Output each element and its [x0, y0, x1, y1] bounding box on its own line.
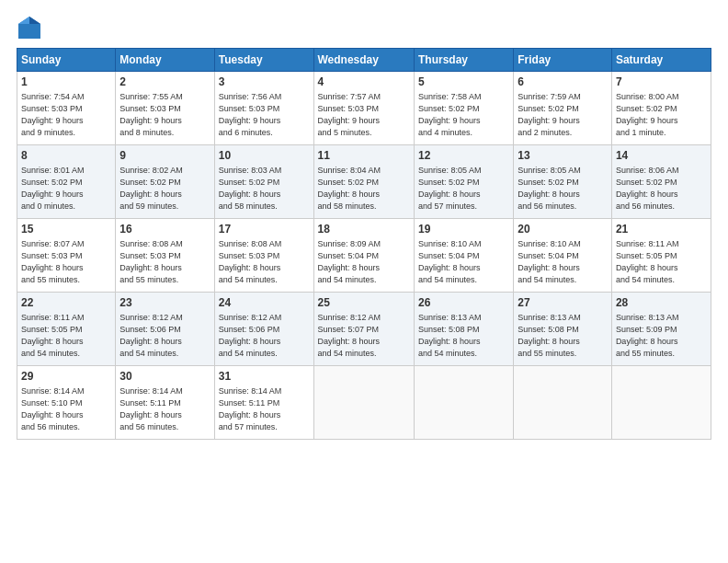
day-number: 6	[518, 75, 608, 90]
day-number: 1	[21, 75, 111, 90]
day-info: Sunrise: 8:06 AM Sunset: 5:02 PM Dayligh…	[616, 165, 707, 213]
day-number: 31	[219, 369, 310, 385]
calendar-cell: 31Sunrise: 8:14 AM Sunset: 5:11 PM Dayli…	[214, 366, 313, 440]
calendar-cell	[611, 366, 711, 440]
calendar-cell: 20Sunrise: 8:10 AM Sunset: 5:04 PM Dayli…	[514, 219, 612, 293]
calendar-week-5: 29Sunrise: 8:14 AM Sunset: 5:10 PM Dayli…	[17, 366, 711, 440]
day-number: 13	[518, 148, 608, 164]
day-number: 24	[219, 295, 310, 311]
day-number: 17	[219, 222, 310, 237]
day-info: Sunrise: 7:58 AM Sunset: 5:02 PM Dayligh…	[418, 91, 509, 139]
day-info: Sunrise: 8:14 AM Sunset: 5:11 PM Dayligh…	[219, 385, 310, 433]
calendar: Sunday Monday Tuesday Wednesday Thursday…	[17, 48, 711, 440]
day-number: 7	[616, 75, 707, 90]
day-info: Sunrise: 8:14 AM Sunset: 5:11 PM Dayligh…	[119, 385, 210, 433]
day-number: 25	[318, 295, 410, 311]
day-info: Sunrise: 8:10 AM Sunset: 5:04 PM Dayligh…	[518, 238, 608, 286]
day-info: Sunrise: 8:03 AM Sunset: 5:02 PM Dayligh…	[219, 165, 310, 213]
calendar-cell	[514, 366, 612, 440]
day-info: Sunrise: 8:11 AM Sunset: 5:05 PM Dayligh…	[616, 238, 707, 286]
day-number: 26	[418, 295, 509, 311]
day-number: 27	[518, 295, 608, 311]
day-number: 11	[318, 148, 410, 164]
day-number: 4	[318, 75, 410, 90]
day-number: 9	[119, 148, 210, 164]
day-number: 21	[616, 222, 707, 237]
calendar-cell: 10Sunrise: 8:03 AM Sunset: 5:02 PM Dayli…	[214, 145, 313, 219]
header	[17, 15, 711, 40]
calendar-cell: 22Sunrise: 8:11 AM Sunset: 5:05 PM Dayli…	[17, 293, 116, 366]
calendar-cell: 11Sunrise: 8:04 AM Sunset: 5:02 PM Dayli…	[313, 145, 414, 219]
calendar-cell: 5Sunrise: 7:58 AM Sunset: 5:02 PM Daylig…	[414, 72, 513, 145]
day-info: Sunrise: 8:07 AM Sunset: 5:03 PM Dayligh…	[21, 238, 111, 286]
day-number: 2	[119, 75, 210, 90]
day-info: Sunrise: 8:12 AM Sunset: 5:07 PM Dayligh…	[318, 312, 410, 360]
day-info: Sunrise: 8:13 AM Sunset: 5:08 PM Dayligh…	[418, 312, 509, 360]
day-info: Sunrise: 8:14 AM Sunset: 5:10 PM Dayligh…	[21, 385, 111, 433]
calendar-cell: 12Sunrise: 8:05 AM Sunset: 5:02 PM Dayli…	[414, 145, 513, 219]
day-info: Sunrise: 8:11 AM Sunset: 5:05 PM Dayligh…	[21, 312, 111, 360]
calendar-cell: 2Sunrise: 7:55 AM Sunset: 5:03 PM Daylig…	[116, 72, 214, 145]
calendar-week-1: 1Sunrise: 7:54 AM Sunset: 5:03 PM Daylig…	[17, 72, 711, 145]
calendar-cell: 19Sunrise: 8:10 AM Sunset: 5:04 PM Dayli…	[414, 219, 513, 293]
day-number: 22	[21, 295, 111, 311]
calendar-cell: 29Sunrise: 8:14 AM Sunset: 5:10 PM Dayli…	[17, 366, 116, 440]
calendar-week-4: 22Sunrise: 8:11 AM Sunset: 5:05 PM Dayli…	[17, 293, 711, 366]
col-thursday: Thursday	[414, 49, 513, 72]
logo	[17, 15, 46, 40]
col-monday: Monday	[116, 49, 214, 72]
calendar-cell: 18Sunrise: 8:09 AM Sunset: 5:04 PM Dayli…	[313, 219, 414, 293]
col-wednesday: Wednesday	[313, 49, 414, 72]
day-info: Sunrise: 8:05 AM Sunset: 5:02 PM Dayligh…	[418, 165, 509, 213]
day-info: Sunrise: 8:01 AM Sunset: 5:02 PM Dayligh…	[21, 165, 111, 213]
day-info: Sunrise: 8:08 AM Sunset: 5:03 PM Dayligh…	[119, 238, 210, 286]
calendar-cell: 4Sunrise: 7:57 AM Sunset: 5:03 PM Daylig…	[313, 72, 414, 145]
calendar-cell: 7Sunrise: 8:00 AM Sunset: 5:02 PM Daylig…	[611, 72, 711, 145]
day-info: Sunrise: 8:13 AM Sunset: 5:08 PM Dayligh…	[518, 312, 608, 360]
calendar-cell: 9Sunrise: 8:02 AM Sunset: 5:02 PM Daylig…	[116, 145, 214, 219]
day-info: Sunrise: 8:08 AM Sunset: 5:03 PM Dayligh…	[219, 238, 310, 286]
day-info: Sunrise: 8:10 AM Sunset: 5:04 PM Dayligh…	[418, 238, 509, 286]
calendar-cell	[313, 366, 414, 440]
day-number: 19	[418, 222, 509, 237]
calendar-cell: 26Sunrise: 8:13 AM Sunset: 5:08 PM Dayli…	[414, 293, 513, 366]
day-number: 5	[418, 75, 509, 90]
page: Sunday Monday Tuesday Wednesday Thursday…	[0, 0, 728, 563]
calendar-cell: 27Sunrise: 8:13 AM Sunset: 5:08 PM Dayli…	[514, 293, 612, 366]
col-sunday: Sunday	[17, 49, 116, 72]
day-number: 15	[21, 222, 111, 237]
calendar-cell: 6Sunrise: 7:59 AM Sunset: 5:02 PM Daylig…	[514, 72, 612, 145]
day-info: Sunrise: 7:57 AM Sunset: 5:03 PM Dayligh…	[318, 91, 410, 139]
day-info: Sunrise: 8:04 AM Sunset: 5:02 PM Dayligh…	[318, 165, 410, 213]
day-info: Sunrise: 8:12 AM Sunset: 5:06 PM Dayligh…	[119, 312, 210, 360]
calendar-cell: 15Sunrise: 8:07 AM Sunset: 5:03 PM Dayli…	[17, 219, 116, 293]
day-info: Sunrise: 7:59 AM Sunset: 5:02 PM Dayligh…	[518, 91, 608, 139]
day-number: 8	[21, 148, 111, 164]
day-number: 10	[219, 148, 310, 164]
day-number: 28	[616, 295, 707, 311]
calendar-week-2: 8Sunrise: 8:01 AM Sunset: 5:02 PM Daylig…	[17, 145, 711, 219]
day-info: Sunrise: 8:02 AM Sunset: 5:02 PM Dayligh…	[119, 165, 210, 213]
col-saturday: Saturday	[611, 49, 711, 72]
calendar-cell: 3Sunrise: 7:56 AM Sunset: 5:03 PM Daylig…	[214, 72, 313, 145]
day-info: Sunrise: 7:56 AM Sunset: 5:03 PM Dayligh…	[219, 91, 310, 139]
day-number: 3	[219, 75, 310, 90]
day-number: 18	[318, 222, 410, 237]
day-number: 29	[21, 369, 111, 385]
calendar-cell: 23Sunrise: 8:12 AM Sunset: 5:06 PM Dayli…	[116, 293, 214, 366]
calendar-cell: 25Sunrise: 8:12 AM Sunset: 5:07 PM Dayli…	[313, 293, 414, 366]
day-number: 23	[119, 295, 210, 311]
logo-icon	[17, 15, 42, 40]
calendar-cell: 1Sunrise: 7:54 AM Sunset: 5:03 PM Daylig…	[17, 72, 116, 145]
day-info: Sunrise: 8:13 AM Sunset: 5:09 PM Dayligh…	[616, 312, 707, 360]
col-friday: Friday	[514, 49, 612, 72]
svg-marker-1	[29, 17, 40, 24]
calendar-cell: 8Sunrise: 8:01 AM Sunset: 5:02 PM Daylig…	[17, 145, 116, 219]
calendar-week-3: 15Sunrise: 8:07 AM Sunset: 5:03 PM Dayli…	[17, 219, 711, 293]
calendar-cell: 16Sunrise: 8:08 AM Sunset: 5:03 PM Dayli…	[116, 219, 214, 293]
day-number: 12	[418, 148, 509, 164]
calendar-cell	[414, 366, 513, 440]
day-info: Sunrise: 8:12 AM Sunset: 5:06 PM Dayligh…	[219, 312, 310, 360]
svg-marker-2	[18, 17, 29, 24]
day-info: Sunrise: 7:55 AM Sunset: 5:03 PM Dayligh…	[119, 91, 210, 139]
